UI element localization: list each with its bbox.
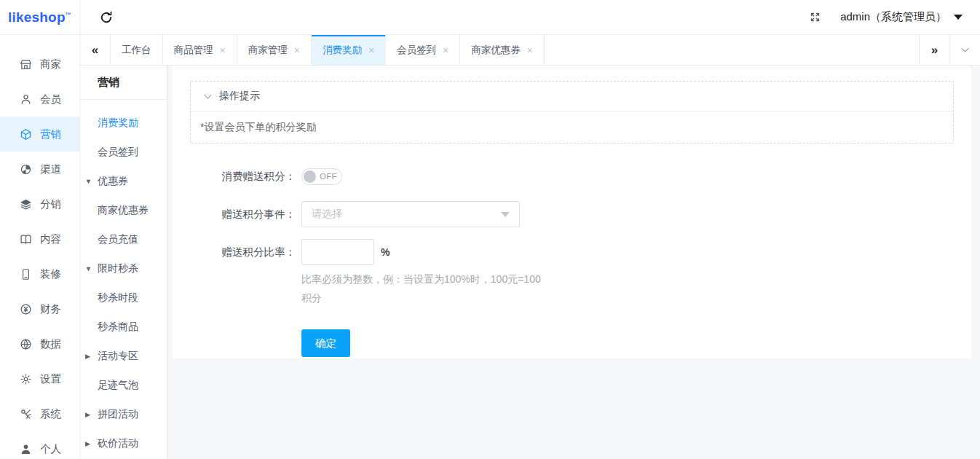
sidebar-item-label: 数据 bbox=[40, 337, 61, 351]
form-row-rate: 赠送积分比率： % bbox=[190, 239, 954, 265]
submenu-item-member-recharge[interactable]: 会员充值 bbox=[80, 225, 167, 254]
submenu-item-seckill-goods[interactable]: 秒杀商品 bbox=[80, 313, 167, 342]
points-rate-input[interactable] bbox=[301, 239, 374, 265]
app-window: likeshop™ admin（系统管理员） bbox=[0, 0, 980, 459]
user-icon bbox=[20, 93, 32, 106]
submenu-title: 营销 bbox=[80, 66, 167, 100]
submenu-item-label: 会员充值 bbox=[98, 233, 138, 246]
sidebar-item-label: 装修 bbox=[40, 267, 61, 281]
reward-form: 消费赠送积分： OFF 赠送积分事件： 请选择 bbox=[190, 163, 954, 357]
submenu-group-seckill[interactable]: ▼ 限时秒杀 bbox=[80, 254, 167, 283]
submenu-group-group-buy[interactable]: ▶ 拼团活动 bbox=[80, 400, 167, 429]
submenu-item-label: 砍价活动 bbox=[98, 437, 138, 450]
tab-workbench[interactable]: 工作台 bbox=[111, 35, 163, 65]
submenu-item-seckill-time[interactable]: 秒杀时段 bbox=[80, 283, 167, 313]
submenu-item-label: 活动专区 bbox=[98, 350, 138, 363]
close-icon[interactable]: × bbox=[527, 45, 533, 55]
chevron-down-icon bbox=[501, 212, 510, 217]
sidebar-item-label: 财务 bbox=[40, 302, 61, 316]
gear-icon bbox=[20, 373, 32, 385]
top-header: likeshop™ admin（系统管理员） bbox=[0, 0, 980, 35]
submenu-item-member-signin[interactable]: 会员签到 bbox=[80, 138, 167, 167]
tab-label: 会员签到 bbox=[397, 44, 436, 57]
percent-suffix: % bbox=[381, 246, 390, 258]
tip-card-header[interactable]: 操作提示 bbox=[191, 82, 953, 111]
tab-label: 商家优惠券 bbox=[471, 44, 521, 57]
sidebar-item-shop[interactable]: 商家 bbox=[0, 47, 79, 82]
content-icon bbox=[20, 233, 32, 246]
main-content: 操作提示 *设置会员下单的积分奖励 消费赠送积分： OFF bbox=[167, 66, 980, 459]
sidebar-item-marketing[interactable]: 营销 bbox=[0, 117, 79, 152]
sidebar-item-settings[interactable]: 设置 bbox=[0, 361, 79, 396]
shop-icon bbox=[20, 58, 32, 71]
submenu-item-label: 商家优惠券 bbox=[98, 204, 149, 217]
fullscreen-icon[interactable] bbox=[809, 11, 821, 23]
collapse-tabs-icon[interactable]: « bbox=[80, 35, 111, 65]
sidebar-item-label: 设置 bbox=[40, 372, 61, 386]
chevron-right-icon: ▶ bbox=[85, 411, 90, 418]
submenu-item-shop-coupon[interactable]: 商家优惠券 bbox=[80, 196, 167, 225]
sidebar-item-label: 会员 bbox=[40, 93, 61, 106]
distribution-icon bbox=[20, 198, 32, 211]
sidebar-item-system[interactable]: 系统 bbox=[0, 396, 79, 431]
submenu-item-label: 优惠券 bbox=[98, 175, 128, 188]
sidebar-item-finance[interactable]: 财务 bbox=[0, 291, 79, 326]
logo-text: likeshop™ bbox=[8, 9, 71, 26]
tab-member-signin[interactable]: 会员签到 × bbox=[386, 35, 460, 65]
chevron-down-icon bbox=[203, 92, 213, 101]
tab-label: 消费奖励 bbox=[323, 44, 362, 57]
logo[interactable]: likeshop™ bbox=[0, 0, 80, 35]
field-label: 赠送积分事件： bbox=[190, 208, 296, 221]
expand-tabs-icon[interactable]: » bbox=[919, 35, 949, 65]
marketing-icon bbox=[20, 128, 32, 141]
submenu-item-label: 秒杀时段 bbox=[98, 291, 138, 305]
sidebar-item-label: 内容 bbox=[40, 232, 61, 246]
decoration-icon bbox=[20, 268, 32, 280]
logo-tm: ™ bbox=[66, 11, 71, 17]
refresh-icon[interactable] bbox=[99, 10, 114, 25]
tab-bar-spacer bbox=[545, 35, 919, 65]
sidebar-item-channel[interactable]: 渠道 bbox=[0, 152, 79, 187]
tab-shop-manage[interactable]: 商家管理 × bbox=[237, 35, 312, 65]
consume-points-toggle[interactable]: OFF bbox=[301, 168, 342, 185]
channel-icon bbox=[20, 163, 32, 176]
close-icon[interactable]: × bbox=[220, 45, 226, 55]
submenu-group-bargain[interactable]: ▶ 砍价活动 bbox=[80, 429, 167, 458]
close-icon[interactable]: × bbox=[368, 45, 374, 55]
close-icon[interactable]: × bbox=[294, 45, 300, 55]
select-placeholder: 请选择 bbox=[312, 208, 342, 221]
submenu-group-activity-area[interactable]: ▶ 活动专区 bbox=[80, 342, 167, 371]
sidebar-item-label: 个人 bbox=[40, 442, 61, 456]
tab-goods-manage[interactable]: 商品管理 × bbox=[163, 35, 237, 65]
tab-label: 工作台 bbox=[122, 44, 151, 57]
submenu-item-label: 秒杀商品 bbox=[98, 321, 138, 334]
submenu-item-consume-reward[interactable]: 消费奖励 bbox=[80, 109, 167, 138]
secondary-sidebar: 营销 消费奖励 会员签到 ▼ 优惠券 商家优惠券 bbox=[80, 66, 167, 459]
tab-shop-coupon[interactable]: 商家优惠券 × bbox=[460, 35, 545, 65]
sidebar-item-profile[interactable]: 个人 bbox=[0, 431, 79, 459]
sidebar-item-data[interactable]: 数据 bbox=[0, 326, 79, 361]
primary-sidebar: 商家 会员 营销 渠道 bbox=[0, 35, 80, 459]
sidebar-item-content[interactable]: 内容 bbox=[0, 221, 79, 256]
tab-label: 商家管理 bbox=[248, 44, 288, 57]
submenu-item-footprint-bubble[interactable]: 足迹气泡 bbox=[80, 371, 167, 400]
profile-icon bbox=[20, 443, 32, 455]
toggle-knob bbox=[304, 170, 316, 183]
close-icon[interactable]: × bbox=[443, 45, 448, 55]
sidebar-item-distribution[interactable]: 分销 bbox=[0, 187, 79, 221]
content-panel: 操作提示 *设置会员下单的积分奖励 消费赠送积分： OFF bbox=[173, 66, 971, 358]
confirm-button[interactable]: 确定 bbox=[301, 329, 350, 357]
tab-consume-reward[interactable]: 消费奖励 × bbox=[312, 35, 386, 65]
submenu-item-label: 消费奖励 bbox=[98, 117, 138, 130]
system-icon bbox=[20, 408, 32, 420]
form-row-event: 赠送积分事件： 请选择 bbox=[190, 201, 954, 227]
top-header-main: admin（系统管理员） bbox=[80, 0, 980, 35]
chevron-down-icon: ▼ bbox=[85, 265, 92, 272]
user-menu[interactable]: admin（系统管理员） bbox=[840, 10, 963, 24]
submenu-item-label: 足迹气泡 bbox=[98, 379, 138, 392]
sidebar-item-decoration[interactable]: 装修 bbox=[0, 256, 79, 291]
tab-actions-chevron-icon[interactable] bbox=[949, 35, 980, 65]
points-event-select[interactable]: 请选择 bbox=[301, 201, 520, 227]
sidebar-item-members[interactable]: 会员 bbox=[0, 82, 79, 117]
submenu-group-coupon[interactable]: ▼ 优惠券 bbox=[80, 167, 167, 196]
